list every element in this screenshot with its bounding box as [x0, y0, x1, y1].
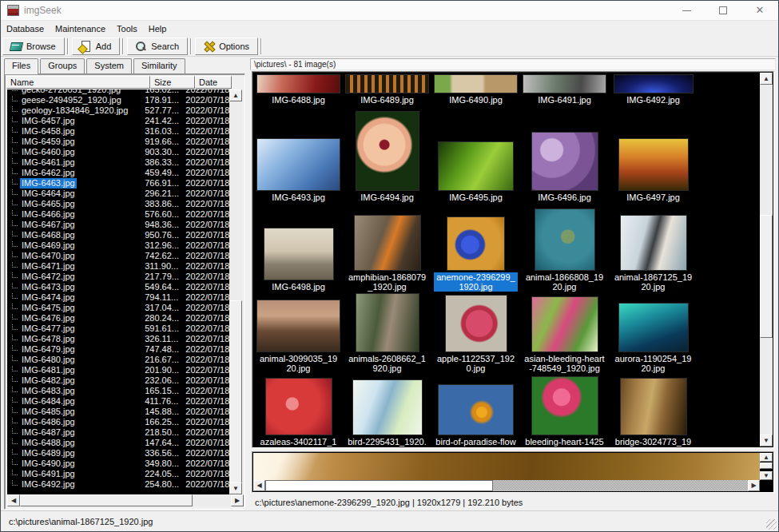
table-row[interactable]: geology-1834846_1920.jpg527.77...2022/07… — [7, 105, 231, 116]
thumbnail-image[interactable] — [618, 138, 689, 191]
thumbnail-image[interactable] — [535, 208, 595, 271]
menu-item-maintenance[interactable]: Maintenance — [50, 22, 111, 35]
table-row[interactable]: IMG-6485.jpg145.88...2022/07/18 — [7, 407, 231, 417]
thumbnail-label[interactable]: animals-2608662_1920.jpg — [348, 354, 426, 373]
scroll-thumb[interactable] — [760, 463, 773, 469]
thumbnail-label[interactable]: IMG-6492.jpg — [626, 95, 680, 105]
table-row[interactable]: IMG-6479.jpg747.48...2022/07/18 — [7, 344, 231, 355]
scroll-up-icon[interactable]: ▲ — [760, 73, 773, 85]
thumbnail-image[interactable] — [620, 215, 687, 271]
thumbnail-label[interactable]: animal-3099035_1920.jpg — [260, 354, 337, 373]
scroll-thumb[interactable] — [265, 480, 493, 491]
table-row[interactable]: IMG-6475.jpg317.04...2022/07/18 — [7, 303, 231, 313]
scroll-up-icon[interactable]: ▲ — [229, 89, 242, 101]
table-row[interactable]: IMG-6460.jpg903.30...2022/07/18 — [7, 147, 231, 157]
minimize-button[interactable] — [668, 1, 705, 20]
thumbnail-label[interactable]: bird-2295431_1920. — [348, 437, 426, 447]
tab-files[interactable]: Files — [4, 58, 38, 74]
tab-system[interactable]: System — [86, 58, 132, 73]
scroll-thumb[interactable] — [760, 215, 773, 338]
column-header-date[interactable]: Date — [195, 76, 232, 89]
resize-grip[interactable] — [766, 519, 777, 530]
thumbnail-image[interactable] — [523, 74, 606, 93]
thumbnail-image[interactable] — [438, 141, 514, 191]
table-row[interactable]: IMG-6480.jpg216.67...2022/07/18 — [7, 355, 231, 365]
thumbnail-label[interactable]: animal-1867125_1920.jpg — [614, 272, 692, 292]
thumbnail-image[interactable] — [352, 379, 423, 435]
close-button[interactable]: ✕ — [741, 1, 778, 20]
scroll-up-icon[interactable]: ▲ — [760, 453, 773, 462]
thumbnail-label[interactable]: azaleas-3402117_1 — [260, 437, 337, 447]
thumbnail-image[interactable] — [445, 295, 507, 352]
scroll-left-icon[interactable]: ◀ — [253, 480, 265, 491]
thumbnail-label[interactable]: aurora-1190254_1920.jpg — [615, 354, 692, 373]
thumbnail-label-selected[interactable]: anemone-2396299_1920.jpg — [434, 272, 517, 292]
table-row[interactable]: IMG-6466.jpg576.60...2022/07/18 — [7, 209, 231, 220]
thumbnail-image[interactable] — [531, 376, 598, 435]
thumbnail-label[interactable]: bridge-3024773_19 — [615, 437, 691, 447]
table-row[interactable]: IMG-6474.jpg794.11...2022/07/18 — [7, 292, 231, 303]
table-row[interactable]: IMG-6491.jpg224.05...2022/07/18 — [7, 469, 231, 479]
thumbnail-label[interactable]: IMG-6494.jpg — [360, 193, 414, 202]
table-row[interactable]: IMG-6492.jpg254.80...2022/07/18 — [7, 479, 231, 490]
table-row[interactable]: IMG-6465.jpg383.86...2022/07/18 — [7, 199, 231, 209]
thumbnail-image[interactable] — [256, 74, 340, 93]
tab-groups[interactable]: Groups — [40, 58, 85, 73]
scroll-down-icon[interactable]: ▼ — [760, 471, 773, 480]
options-button[interactable]: Options — [195, 38, 258, 55]
preview-image[interactable] — [253, 453, 760, 480]
file-list-hscrollbar[interactable]: ◀ ▶ — [7, 494, 244, 506]
thumbnail-label[interactable]: IMG-6497.jpg — [626, 193, 680, 202]
maximize-button[interactable] — [705, 1, 741, 20]
thumbnail-label[interactable]: IMG-6498.jpg — [272, 282, 325, 292]
table-row[interactable]: gecko-2720051_1920.jpg165.02...2022/07/1… — [7, 89, 231, 95]
table-row[interactable]: IMG-6471.jpg311.90...2022/07/18 — [7, 261, 231, 272]
thumbnail-label[interactable]: bleeding-heart-1425 — [525, 437, 603, 447]
scroll-right-icon[interactable]: ▶ — [231, 494, 244, 506]
table-row[interactable]: IMG-6467.jpg948.36...2022/07/18 — [7, 220, 231, 230]
table-row[interactable]: IMG-6473.jpg549.64...2022/07/18 — [7, 282, 231, 292]
table-row[interactable]: IMG-6472.jpg217.79...2022/07/18 — [7, 272, 231, 282]
table-row[interactable]: IMG-6468.jpg950.76...2022/07/18 — [7, 230, 231, 240]
thumbnail-label[interactable]: apple-1122537_1920.jpg — [437, 354, 515, 373]
table-row[interactable]: IMG-6476.jpg280.24...2022/07/18 — [7, 313, 231, 324]
table-row[interactable]: IMG-6478.jpg326.11...2022/07/18 — [7, 334, 231, 344]
table-row[interactable]: IMG-6486.jpg166.25...2022/07/18 — [7, 417, 231, 427]
table-row[interactable]: IMG-6463.jpg766.91...2022/07/18 — [7, 178, 231, 189]
browse-button[interactable]: Browse — [2, 38, 65, 55]
tab-similarity[interactable]: Similarity — [133, 58, 185, 73]
thumbnail-label[interactable]: IMG-6490.jpg — [449, 95, 503, 105]
menu-item-database[interactable]: Database — [1, 22, 50, 35]
thumbnail-label[interactable]: IMG-6496.jpg — [538, 193, 591, 202]
thumbnail-image[interactable] — [265, 378, 332, 435]
table-row[interactable]: geese-2494952_1920.jpg178.91...2022/07/1… — [7, 95, 231, 105]
thumbnail-label[interactable]: amphibian-1868079_1920.jpg — [348, 272, 426, 292]
thumbnail-image[interactable] — [345, 74, 429, 93]
menu-item-tools[interactable]: Tools — [111, 22, 143, 35]
table-row[interactable]: IMG-6489.jpg336.56...2022/07/18 — [7, 448, 231, 459]
thumbnail-image[interactable] — [256, 138, 340, 191]
scroll-down-icon[interactable]: ▼ — [229, 482, 242, 494]
thumbnail-image[interactable] — [356, 293, 419, 352]
table-row[interactable]: IMG-6462.jpg459.49...2022/07/18 — [7, 168, 231, 178]
add-button[interactable]: Add — [72, 38, 121, 55]
preview-hscrollbar[interactable]: ◀ ▶ — [253, 480, 760, 491]
thumbnail-label[interactable]: animal-1866808_1920.jpg — [526, 272, 603, 292]
thumbnail-label[interactable]: IMG-6489.jpg — [360, 95, 414, 105]
thumbnail-image[interactable] — [356, 111, 419, 191]
preview-vscrollbar[interactable]: ▲ ▼ — [760, 453, 773, 480]
search-button[interactable]: Search — [127, 38, 188, 55]
table-row[interactable]: IMG-6459.jpg919.66...2022/07/18 — [7, 137, 231, 147]
column-header-size[interactable]: Size — [150, 76, 195, 89]
table-row[interactable]: IMG-6464.jpg296.21...2022/07/18 — [7, 189, 231, 199]
table-row[interactable]: IMG-6484.jpg411.76...2022/07/18 — [7, 396, 231, 407]
table-row[interactable]: IMG-6458.jpg316.03...2022/07/18 — [7, 126, 231, 137]
scroll-left-icon[interactable]: ◀ — [7, 494, 20, 506]
column-header-name[interactable]: Name — [6, 76, 150, 89]
table-row[interactable]: IMG-6461.jpg386.33...2022/07/18 — [7, 157, 231, 168]
thumbnail-label[interactable]: IMG-6491.jpg — [538, 95, 591, 105]
table-row[interactable]: IMG-6490.jpg349.80...2022/07/18 — [7, 459, 231, 469]
table-row[interactable]: IMG-6481.jpg201.90...2022/07/18 — [7, 365, 231, 375]
thumbnail-image[interactable] — [434, 74, 518, 93]
thumbnail-label[interactable]: asian-bleeding-heart-748549_1920.jpg — [524, 354, 604, 373]
